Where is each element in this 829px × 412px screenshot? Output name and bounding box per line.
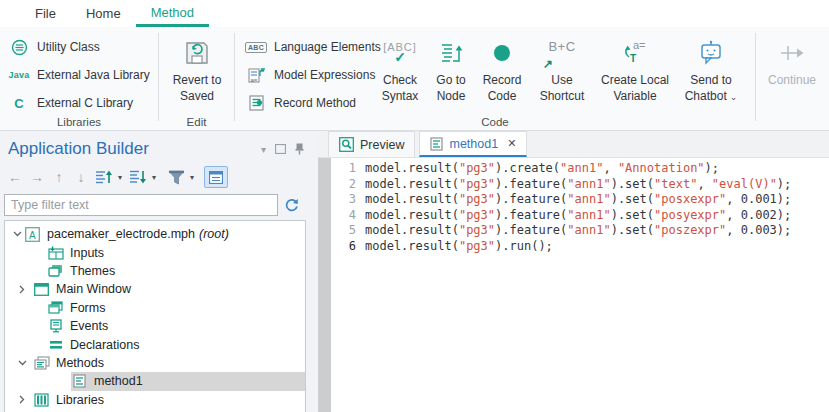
filter-button[interactable]: [168, 170, 185, 185]
line-number: 6: [331, 239, 365, 255]
panel-pin-icon[interactable]: [295, 143, 304, 155]
collapse-list-button[interactable]: [128, 169, 147, 185]
code-line[interactable]: 5model.result("pg3").feature("ann1").set…: [331, 223, 829, 239]
continue-button[interactable]: Continue: [761, 33, 823, 125]
tree-item-label: Inputs: [70, 246, 104, 260]
group-label-code: Code: [235, 116, 755, 128]
utility-class-button[interactable]: Utility Class: [8, 35, 100, 59]
record-method-button[interactable]: Record Method: [245, 91, 356, 115]
panel-float-icon[interactable]: [275, 144, 286, 154]
revert-to-saved-button[interactable]: Revert to Saved: [171, 33, 223, 125]
code-text: model.result("pg3").create("ann1", "Anno…: [365, 161, 719, 175]
record-method-label: Record Method: [274, 96, 356, 110]
expand-list-dropdown-icon[interactable]: ▾: [118, 173, 122, 182]
use-shortcut-label: Use Shortcut: [533, 73, 591, 104]
tree-item-label: Methods: [56, 356, 104, 370]
editor-margin-strip: [318, 158, 331, 412]
model-expressions-label: Model Expressions: [274, 68, 375, 82]
code-text: model.result("pg3").run();: [365, 239, 553, 253]
tree-item-themes[interactable]: Themes: [5, 262, 305, 280]
application-root-icon: A: [24, 227, 41, 242]
revert-to-saved-icon: [183, 33, 211, 73]
tree-item-suffix: (root): [199, 227, 229, 241]
tab-file[interactable]: File: [20, 0, 71, 27]
record-code-button[interactable]: Record Code: [476, 33, 528, 125]
method-document-icon: [71, 374, 88, 388]
revert-to-saved-label: Revert to Saved: [171, 73, 223, 104]
code-line[interactable]: 4model.result("pg3").feature("ann1").set…: [331, 208, 829, 224]
panel-header: Application Builder ▾: [8, 137, 304, 161]
close-icon[interactable]: ✕: [507, 137, 516, 150]
ribbon-group-code: ABC Language Elements a= Model Expressio…: [235, 27, 755, 131]
tree-item-inputs[interactable]: Inputs: [5, 243, 305, 261]
tree-item-methods[interactable]: Methods: [5, 354, 305, 372]
tree-item-label: pacemaker_electrode.mph: [47, 227, 195, 241]
tree-item-label: Themes: [70, 264, 115, 278]
check-syntax-icon: [ABC] ✓: [383, 33, 417, 73]
record-method-icon: [245, 95, 267, 111]
collapse-list-dropdown-icon[interactable]: ▾: [152, 173, 156, 182]
workspace: Application Builder ▾ ← → ↑ ↓ ▾: [0, 131, 829, 412]
record-code-icon: [492, 33, 512, 73]
use-shortcut-button[interactable]: B+C ↗ Use Shortcut: [533, 33, 591, 125]
tree-item-events[interactable]: Events: [5, 317, 305, 335]
method-document-icon: [430, 137, 443, 151]
application-builder-panel: Application Builder ▾ ← → ↑ ↓ ▾: [0, 131, 308, 412]
code-line[interactable]: 3model.result("pg3").feature("ann1").set…: [331, 192, 829, 208]
tree-item-main-window[interactable]: Main Window: [5, 280, 305, 298]
code-line[interactable]: 1model.result("pg3").create("ann1", "Ann…: [331, 161, 829, 177]
svg-text:a=: a=: [633, 40, 646, 51]
continue-label: Continue: [768, 73, 816, 89]
move-up-button[interactable]: ↑: [50, 169, 68, 185]
chevron-expanded-icon[interactable]: [10, 231, 24, 237]
panel-menu-chevron-icon[interactable]: ▾: [261, 144, 266, 155]
external-c-library-button[interactable]: C External C Library: [8, 91, 133, 115]
filter-dropdown-icon[interactable]: ▾: [190, 173, 194, 182]
go-to-node-button[interactable]: Go to Node: [428, 33, 474, 125]
check-syntax-button[interactable]: [ABC] ✓ Check Syntax: [374, 33, 426, 125]
create-local-variable-button[interactable]: a=T Create Local Variable: [591, 33, 679, 125]
chevron-collapsed-icon[interactable]: [15, 285, 29, 294]
code-editor[interactable]: 1model.result("pg3").create("ann1", "Ann…: [318, 158, 829, 412]
code-text: model.result("pg3").feature("ann1").set(…: [365, 223, 791, 237]
language-elements-button[interactable]: ABC Language Elements: [245, 35, 381, 59]
utility-class-label: Utility Class: [37, 40, 100, 54]
send-to-chatbot-button[interactable]: Send to Chatbot⌄: [678, 33, 744, 125]
back-button[interactable]: ←: [6, 169, 24, 185]
external-java-library-button[interactable]: Java External Java Library: [8, 63, 150, 87]
editor-tools-toggle-button[interactable]: [204, 166, 228, 188]
chevron-down-icon: ⌄: [730, 92, 738, 102]
menu-bar: File Home Method: [0, 0, 829, 27]
refresh-icon[interactable]: [278, 198, 304, 213]
model-tree: A pacemaker_electrode.mph (root) Inputs: [4, 220, 306, 412]
filter-input[interactable]: [4, 194, 278, 216]
chevron-expanded-icon[interactable]: [15, 360, 29, 366]
tree-item-declarations[interactable]: Declarations: [5, 335, 305, 353]
ribbon-group-edit: Revert to Saved Edit: [159, 27, 234, 131]
tab-preview-label: Preview: [360, 138, 404, 152]
tree-item-libraries[interactable]: Libraries: [5, 391, 305, 409]
svg-text:T: T: [630, 53, 636, 64]
tree-item-forms[interactable]: Forms: [5, 299, 305, 317]
code-line[interactable]: 2model.result("pg3").feature("ann1").set…: [331, 177, 829, 193]
model-expressions-button[interactable]: a= Model Expressions: [245, 63, 375, 87]
move-down-button[interactable]: ↓: [72, 169, 90, 185]
tab-home[interactable]: Home: [71, 0, 136, 27]
code-line[interactable]: 6model.result("pg3").run();: [331, 239, 829, 255]
go-to-node-label: Go to Node: [428, 73, 474, 104]
tree-item-method1[interactable]: method1: [5, 372, 305, 390]
ribbon-group-continue: Continue: [756, 27, 829, 131]
record-code-label: Record Code: [476, 73, 528, 104]
expand-list-button[interactable]: [94, 169, 113, 185]
code-lines: 1model.result("pg3").create("ann1", "Ann…: [331, 161, 829, 255]
forward-button[interactable]: →: [28, 169, 46, 185]
inputs-icon: [47, 246, 64, 260]
tab-method1[interactable]: method1 ✕: [419, 131, 527, 157]
create-local-variable-icon: a=T: [621, 33, 649, 73]
tab-preview[interactable]: Preview: [328, 131, 415, 157]
chevron-collapsed-icon[interactable]: [15, 395, 29, 404]
tab-method[interactable]: Method: [136, 0, 209, 27]
line-number: 4: [331, 208, 365, 224]
tree-item-root[interactable]: A pacemaker_electrode.mph (root): [5, 225, 305, 243]
model-expressions-icon: a=: [245, 67, 267, 84]
